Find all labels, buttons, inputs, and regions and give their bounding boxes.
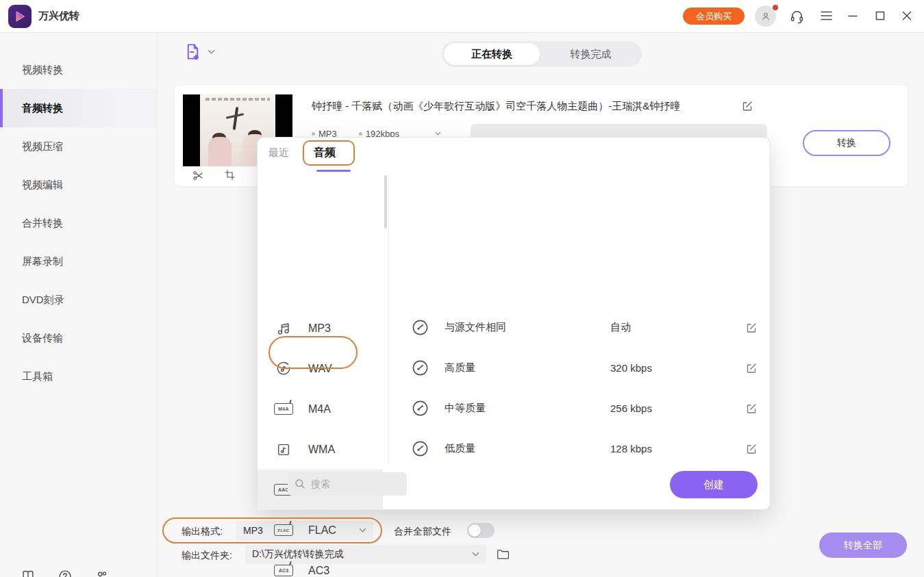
app-logo-icon <box>8 5 32 28</box>
convert-button[interactable]: 转换 <box>803 130 890 156</box>
search-input[interactable] <box>311 478 393 489</box>
tab-converted[interactable]: 转换完成 <box>540 48 642 61</box>
popup-tab-audio[interactable]: 音频 <box>314 146 336 160</box>
edit-quality-icon[interactable] <box>746 444 757 454</box>
format-search-box <box>288 472 407 496</box>
quality-row-same-as-source[interactable]: 与源文件相同 自动 <box>411 307 753 348</box>
maximize-icon[interactable] <box>875 11 885 21</box>
community-icon[interactable] <box>95 569 110 577</box>
ac3-badge-icon: AC3 <box>274 565 293 576</box>
format-select-popup: 最近 音频 MP3 WAV M4A M4A WMA AAC AAC <box>257 137 771 510</box>
open-folder-icon[interactable] <box>496 547 510 561</box>
sidebar-item-audio-convert[interactable]: 音频转换 <box>0 89 157 127</box>
quality-gauge-icon <box>411 359 429 377</box>
m4a-badge-icon: M4A <box>274 403 293 415</box>
sidebar-item-video-edit[interactable]: 视频编辑 <box>0 166 157 204</box>
chevron-down-icon[interactable] <box>208 49 215 55</box>
menu-icon[interactable] <box>821 11 832 21</box>
merge-all-toggle[interactable] <box>467 523 495 538</box>
membership-buy-button[interactable]: 会员购买 <box>683 8 745 25</box>
sidebar-item-toolbox[interactable]: 工具箱 <box>0 357 157 396</box>
add-file-icon <box>184 42 202 61</box>
sidebar-item-device-transfer[interactable]: 设备传输 <box>0 319 157 357</box>
support-headset-icon[interactable] <box>789 9 805 25</box>
merge-all-label: 合并全部文件 <box>394 526 451 538</box>
help-icon[interactable] <box>58 569 73 577</box>
sidebar-item-video-compress[interactable]: 视频压缩 <box>0 127 157 166</box>
wma-note-icon <box>274 442 293 457</box>
file-title: 钟抒曈 - 千落赋（动画《少年歌行互动版》司空千落人物主题曲）-王瑞淇&钟抒曈 <box>312 100 729 113</box>
quality-gauge-icon <box>411 439 429 458</box>
add-file-button[interactable] <box>184 42 215 61</box>
format-item-mp3[interactable]: MP3 <box>258 308 383 348</box>
edit-quality-icon[interactable] <box>746 322 757 333</box>
search-icon <box>295 478 305 489</box>
sidebar-item-video-convert[interactable]: 视频转换 <box>0 51 157 89</box>
flac-badge-icon: FLAC <box>274 524 293 536</box>
create-button[interactable]: 创建 <box>670 471 758 498</box>
panel-divider <box>388 174 389 463</box>
edit-quality-icon[interactable] <box>746 403 757 414</box>
tab-converting[interactable]: 正在转换 <box>444 43 540 65</box>
quality-row-low[interactable]: 低质量 128 kbps <box>411 428 753 469</box>
quality-row-medium[interactable]: 中等质量 256 kbps <box>411 388 753 428</box>
format-item-wav[interactable]: WAV <box>258 348 383 389</box>
format-item-wma[interactable]: WMA <box>258 429 383 470</box>
convert-status-tabs: 正在转换 转换完成 <box>442 41 642 67</box>
sidebar-item-merge-convert[interactable]: 合并转换 <box>0 204 157 242</box>
sidebar-item-screen-record[interactable]: 屏幕录制 <box>0 242 157 281</box>
close-icon[interactable] <box>902 11 912 21</box>
chevron-down-icon <box>472 552 479 557</box>
notification-dot <box>773 5 778 10</box>
popup-tab-recent[interactable]: 最近 <box>269 146 289 159</box>
rename-icon[interactable] <box>742 101 753 112</box>
title-bar: 万兴优转 会员购买 <box>0 0 924 33</box>
app-title: 万兴优转 <box>38 10 79 23</box>
format-item-ac3[interactable]: AC3 AC3 <box>258 550 383 577</box>
book-icon[interactable] <box>21 569 36 577</box>
target-format-expand-icon[interactable] <box>435 131 441 136</box>
quality-row-high[interactable]: 高质量 320 kbps <box>411 348 753 388</box>
format-list-scrollbar[interactable] <box>384 175 387 229</box>
crop-icon[interactable] <box>224 169 236 182</box>
quality-gauge-icon <box>411 318 429 337</box>
minimize-icon[interactable] <box>848 15 858 17</box>
mp3-note-icon <box>274 320 293 337</box>
format-item-m4a[interactable]: M4A M4A <box>258 389 383 429</box>
audio-tab-underline <box>316 170 351 172</box>
output-folder-label: 输出文件夹: <box>182 550 232 562</box>
edit-quality-icon[interactable] <box>746 363 757 374</box>
sidebar: 视频转换 音频转换 视频压缩 视频编辑 合并转换 屏幕录制 DVD刻录 设备传输… <box>0 33 158 577</box>
trim-icon[interactable] <box>192 169 205 182</box>
wav-disc-icon <box>274 361 293 377</box>
format-item-flac[interactable]: FLAC FLAC <box>258 510 383 550</box>
sidebar-item-dvd-burn[interactable]: DVD刻录 <box>0 281 157 319</box>
output-format-label: 输出格式: <box>182 526 223 538</box>
quality-gauge-icon <box>411 399 429 418</box>
convert-all-button[interactable]: 转换全部 <box>819 533 907 558</box>
